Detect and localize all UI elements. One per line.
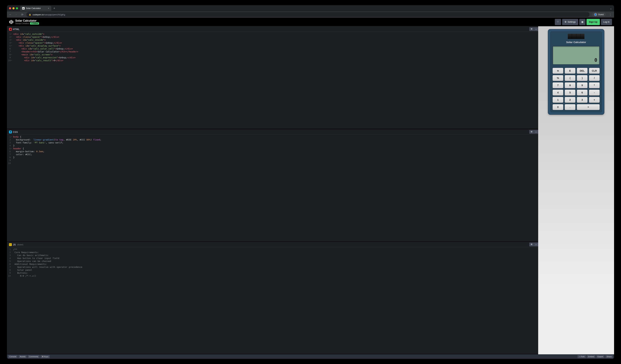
codepen-header: Solar Calculator Sassja Ceballos + Follo… [7, 18, 248, 26]
css-badge-icon: ✱ [9, 131, 12, 133]
tab-title: Solar Calculator [26, 7, 41, 10]
traffic-lights [9, 7, 18, 9]
css-editor-header: ✱ CSS ⚙ ⌄ [7, 129, 248, 135]
url-field[interactable]: 🔒 codepen.io/sassjajc/pen/zNJgKg [26, 12, 248, 17]
reload-button[interactable]: ⟳ [20, 13, 24, 16]
editors-column: ▧ HTML ⚙ ⌄ 12345678910 <div id="calc_out… [7, 26, 248, 141]
close-window-icon[interactable] [9, 7, 11, 9]
titlebar: ◧ Solar Calculator × + ⌄ [7, 5, 248, 11]
tab-favicon-icon: ◧ [22, 7, 25, 10]
url-text: codepen.io/sassjajc/pen/zNJgKg [33, 13, 65, 16]
new-tab-button[interactable]: + [53, 7, 55, 10]
pen-title-block: Solar Calculator Sassja Ceballos + Follo… [15, 19, 39, 25]
html-code-area[interactable]: 12345678910 <div id="calc_outside"> <div… [7, 32, 248, 129]
main-content: ▧ HTML ⚙ ⌄ 12345678910 <div id="calc_out… [7, 26, 248, 141]
minimize-window-icon[interactable] [13, 7, 15, 9]
pen-title: Solar Calculator [15, 19, 39, 22]
lock-icon: 🔒 [29, 14, 31, 16]
html-badge-icon: ▧ [9, 28, 12, 31]
address-bar: ← → ⟳ 🔒 codepen.io/sassjajc/pen/zNJgKg 👤… [7, 11, 248, 18]
back-button[interactable]: ← [9, 13, 12, 16]
html-editor-header: ▧ HTML ⚙ ⌄ [7, 26, 248, 32]
maximize-window-icon[interactable] [16, 7, 18, 9]
html-editor-tab[interactable]: ▧ HTML [7, 26, 22, 32]
codepen-logo-icon[interactable] [9, 20, 14, 24]
browser-tab[interactable]: ◧ Solar Calculator × [20, 6, 51, 11]
close-tab-icon[interactable]: × [48, 7, 49, 10]
browser-window: ◧ Solar Calculator × + ⌄ ← → ⟳ 🔒 codepen… [7, 5, 248, 141]
follow-button[interactable]: + Follow [30, 22, 39, 25]
html-editor-pane: ▧ HTML ⚙ ⌄ 12345678910 <div id="calc_out… [7, 26, 248, 129]
css-code-area[interactable]: 12345678910 body { background: linear-gr… [7, 135, 248, 141]
forward-button[interactable]: → [15, 13, 18, 16]
css-editor-pane: ✱ CSS ⚙ ⌄ 12345678910 body { background:… [7, 129, 248, 141]
pen-author[interactable]: Sassja Ceballos [15, 22, 29, 24]
css-editor-tab[interactable]: ✱ CSS [7, 129, 20, 134]
